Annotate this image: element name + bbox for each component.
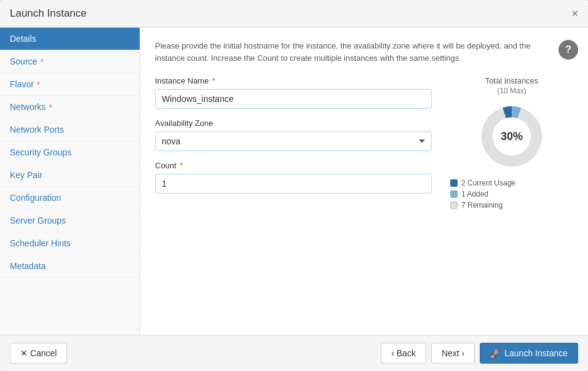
sidebar-item-networks[interactable]: Networks * (0, 96, 140, 119)
form-fields: Instance Name * Availability Zone nova C… (155, 76, 432, 203)
legend-label-current: 2 Current Usage (461, 179, 515, 187)
sidebar-item-configuration[interactable]: Configuration (0, 187, 140, 209)
chart-title: Total Instances (450, 76, 573, 85)
chart-section: Total Instances (10 Max) (450, 76, 573, 212)
sidebar-item-metadata[interactable]: Metadata (0, 255, 140, 278)
sidebar-item-label: Configuration (10, 193, 61, 203)
next-button[interactable]: Next › (431, 343, 475, 364)
instance-name-label: Instance Name * (155, 76, 432, 85)
legend-dot-remaining (450, 201, 458, 209)
main-content: ? Please provide the initial hostname fo… (140, 28, 588, 335)
sidebar-item-label: Server Groups (10, 216, 66, 225)
legend-item-added: 1 Added (450, 190, 573, 198)
sidebar: Details Source * Flavor * Networks * Net… (0, 28, 140, 335)
availability-zone-select[interactable]: nova (155, 131, 432, 151)
count-label: Count * (155, 161, 432, 170)
sidebar-item-label: Key Pair (10, 170, 42, 180)
sidebar-item-key-pair[interactable]: Key Pair (0, 164, 140, 187)
sidebar-item-label: Source (10, 57, 37, 66)
close-button[interactable]: × (571, 8, 578, 19)
description-text: Please provide the initial hostname for … (155, 40, 549, 64)
required-indicator: * (38, 58, 43, 66)
sidebar-item-label: Security Groups (10, 147, 71, 157)
legend-label-added: 1 Added (461, 190, 488, 198)
launch-instance-modal: Launch Instance × Details Source * Flavo… (0, 0, 588, 371)
sidebar-item-label: Metadata (10, 261, 46, 271)
required-star: * (210, 76, 215, 85)
footer-left: ✕ Cancel (10, 343, 67, 364)
instance-name-group: Instance Name * (155, 76, 432, 109)
sidebar-item-label: Flavor (10, 79, 34, 89)
donut-chart: 30% (478, 103, 546, 170)
launch-instance-button[interactable]: 🚀 Launch Instance (480, 343, 578, 364)
donut-percent-label: 30% (501, 130, 523, 143)
form-row: Instance Name * Availability Zone nova C… (155, 76, 573, 212)
modal-title: Launch Instance (10, 7, 87, 20)
availability-zone-group: Availability Zone nova (155, 119, 432, 151)
modal-body: Details Source * Flavor * Networks * Net… (0, 28, 588, 335)
cancel-button[interactable]: ✕ Cancel (10, 343, 67, 364)
sidebar-item-flavor[interactable]: Flavor * (0, 73, 140, 96)
count-group: Count * (155, 161, 432, 193)
sidebar-item-details[interactable]: Details (0, 28, 140, 50)
required-indicator: * (47, 103, 52, 112)
sidebar-item-server-groups[interactable]: Server Groups (0, 209, 140, 232)
sidebar-item-label: Scheduler Hints (10, 238, 71, 248)
footer-right: ‹ Back Next › 🚀 Launch Instance (381, 343, 578, 364)
count-input[interactable] (155, 174, 432, 193)
chart-legend: 2 Current Usage 1 Added 7 Remaining (450, 179, 573, 209)
sidebar-item-scheduler-hints[interactable]: Scheduler Hints (0, 232, 140, 255)
legend-dot-current (450, 179, 458, 187)
modal-header: Launch Instance × (0, 0, 588, 28)
sidebar-item-label: Networks (10, 102, 46, 112)
back-button[interactable]: ‹ Back (381, 343, 426, 364)
rocket-icon: 🚀 (490, 348, 501, 358)
sidebar-item-source[interactable]: Source * (0, 50, 140, 73)
sidebar-item-label: Details (10, 34, 36, 44)
sidebar-item-network-ports[interactable]: Network Ports (0, 119, 140, 141)
required-indicator: * (35, 80, 40, 89)
legend-dot-added (450, 190, 458, 198)
availability-zone-label: Availability Zone (155, 119, 432, 128)
sidebar-item-security-groups[interactable]: Security Groups (0, 141, 140, 164)
legend-label-remaining: 7 Remaining (461, 201, 503, 209)
instance-name-input[interactable] (155, 89, 432, 109)
legend-item-current: 2 Current Usage (450, 179, 573, 187)
chart-subtitle: (10 Max) (450, 87, 573, 95)
help-button[interactable]: ? (558, 40, 578, 60)
modal-footer: ✕ Cancel ‹ Back Next › 🚀 Launch Instance (0, 335, 588, 371)
required-star: * (178, 161, 183, 170)
sidebar-item-label: Network Ports (10, 125, 64, 135)
legend-item-remaining: 7 Remaining (450, 201, 573, 209)
